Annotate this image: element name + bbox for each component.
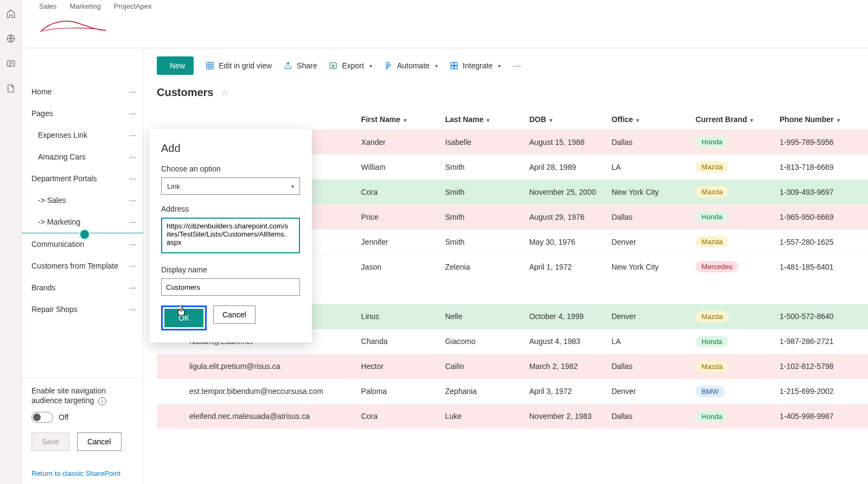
table-row[interactable]: est.tempor.bibendum@neccursusa.comPaloma… [157, 379, 868, 404]
cell-first-name: Jason [357, 254, 441, 279]
column-header[interactable]: Current Brand▾ [691, 110, 775, 130]
chevron-down-icon: ▾ [837, 117, 840, 123]
cell-phone: 1-309-493-9697 [775, 180, 868, 205]
nav-item-actions-icon[interactable]: ⋯ [129, 88, 137, 96]
cell-office: New York City [607, 180, 691, 205]
list-title: Customers [157, 86, 213, 99]
cell-first-name: Price [357, 205, 441, 230]
column-header[interactable]: DOB▾ [525, 110, 607, 130]
nav-item-actions-icon[interactable]: ⋯ [129, 131, 137, 139]
new-button[interactable]: New [157, 56, 194, 75]
cell-dob: May 30, 1976 [525, 230, 607, 254]
cell-office: LA [607, 155, 691, 180]
nav-item-label: Communication [31, 240, 84, 249]
cell-phone: 1-987-286-2721 [775, 329, 868, 354]
nav-save-button: Save [31, 432, 69, 451]
nav-item[interactable]: -> Sales⋯ [22, 189, 143, 211]
brand-pill: Honda [695, 336, 728, 347]
nav-item-actions-icon[interactable]: ⋯ [129, 196, 137, 205]
cell-brand: Honda [691, 205, 775, 230]
nav-item-actions-icon[interactable]: ⋯ [129, 284, 137, 292]
tab-sales[interactable]: Sales [39, 2, 57, 10]
display-name-label: Display name [161, 265, 300, 274]
share-icon [284, 61, 292, 70]
nav-item-label: -> Marketing [38, 218, 80, 226]
nav-item-actions-icon[interactable]: ⋯ [129, 218, 137, 226]
cell-first-name: Cora [357, 404, 441, 429]
nav-insert-indicator[interactable] [22, 233, 143, 233]
automate-button[interactable]: Automate▾ [384, 61, 438, 70]
dialog-title: Add [161, 142, 300, 155]
table-row[interactable]: ligula.elit.pretium@risus.caHectorCailin… [157, 354, 868, 379]
address-input[interactable]: https://citizenbuilders.sharepoint.com/s… [161, 218, 300, 253]
nav-item[interactable]: Customers from Template⋯ [22, 255, 143, 277]
address-label: Address [161, 205, 300, 213]
globe-icon[interactable] [6, 34, 16, 46]
file-icon[interactable] [6, 84, 16, 95]
nav-item[interactable]: Department Portals⋯ [22, 168, 143, 189]
nav-item-label: Brands [31, 283, 55, 292]
overflow-button[interactable]: ⋯ [513, 61, 522, 71]
choose-option-select[interactable]: Link ▾ [161, 177, 300, 195]
info-icon[interactable]: i [98, 397, 106, 405]
home-icon[interactable] [6, 9, 16, 21]
nav-item[interactable]: Expenses Link⋯ [22, 124, 143, 146]
dialog-cancel-button[interactable]: Cancel [213, 305, 256, 324]
cell-office: Dallas [607, 354, 691, 379]
cell-brand: Mazda [691, 304, 775, 329]
choose-option-label: Choose an option [161, 164, 300, 173]
site-logo[interactable] [38, 12, 108, 40]
column-header[interactable]: Phone Number▾ [775, 110, 868, 130]
nav-item[interactable]: Amazing Cars⋯ [22, 146, 143, 168]
cell-brand: Mercedes [691, 254, 775, 279]
cell-first-name: Cora [357, 180, 441, 205]
cell-dob: November 2, 1983 [525, 404, 607, 429]
cell-office: LA [607, 329, 691, 354]
nav-item-label: Repair Shops [31, 305, 78, 314]
brand-pill: Honda [695, 136, 728, 148]
nav-item[interactable]: Pages⋯ [22, 103, 143, 124]
nav-item-actions-icon[interactable]: ⋯ [129, 153, 137, 161]
chevron-down-icon: ▾ [487, 117, 489, 123]
column-header[interactable]: First Name▾ [357, 110, 441, 130]
cell-email: est.tempor.bibendum@neccursusa.com [157, 379, 357, 404]
column-header[interactable]: Office▾ [607, 110, 691, 130]
brand-pill: Mazda [695, 186, 729, 198]
nav-item-actions-icon[interactable]: ⋯ [129, 262, 137, 270]
return-classic-link[interactable]: Return to classic SharePoint [31, 469, 135, 477]
audience-targeting-label: Enable site navigation audience targetin… [31, 386, 106, 405]
tab-marketing[interactable]: Marketing [70, 2, 101, 10]
nav-item[interactable]: Brands⋯ [22, 277, 143, 298]
display-name-input[interactable] [161, 278, 300, 296]
chevron-down-icon: ▾ [498, 63, 501, 69]
nav-item[interactable]: Home⋯ [22, 81, 143, 103]
share-button[interactable]: Share [284, 61, 317, 70]
cell-brand: Honda [691, 130, 775, 155]
command-bar: New Edit in grid view Share Export▾ Auto… [144, 48, 868, 83]
flow-icon [384, 61, 393, 70]
svg-rect-6 [451, 66, 454, 69]
nav-cancel-button[interactable]: Cancel [77, 432, 122, 451]
favorite-star-icon[interactable]: ☆ [221, 87, 228, 98]
svg-rect-5 [454, 62, 457, 65]
integrate-button[interactable]: Integrate▾ [450, 61, 501, 70]
column-header[interactable]: Last Name▾ [441, 110, 525, 130]
nav-item-label: Amazing Cars [38, 152, 86, 161]
cell-first-name: William [357, 155, 441, 180]
nav-item-actions-icon[interactable]: ⋯ [129, 110, 137, 118]
nav-item-actions-icon[interactable]: ⋯ [129, 240, 137, 249]
cell-dob: August 29, 1976 [525, 205, 607, 230]
cell-phone: 1-500-572-8640 [775, 304, 868, 329]
nav-item[interactable]: Repair Shops⋯ [22, 298, 143, 320]
cell-dob: August 4, 1983 [525, 329, 607, 354]
export-button[interactable]: Export▾ [329, 61, 372, 70]
audience-targeting-toggle[interactable] [31, 412, 53, 423]
ok-button[interactable]: OK [164, 309, 203, 327]
table-row[interactable]: eleifend.nec.malesuada@atrisus.caCoraLuk… [157, 404, 868, 429]
nav-item-actions-icon[interactable]: ⋯ [129, 175, 137, 183]
chevron-down-icon: ▾ [636, 117, 639, 123]
nav-item-actions-icon[interactable]: ⋯ [129, 305, 137, 314]
tab-projectapex[interactable]: ProjectApex [114, 2, 152, 10]
news-icon[interactable] [6, 59, 16, 71]
edit-grid-button[interactable]: Edit in grid view [206, 61, 272, 70]
